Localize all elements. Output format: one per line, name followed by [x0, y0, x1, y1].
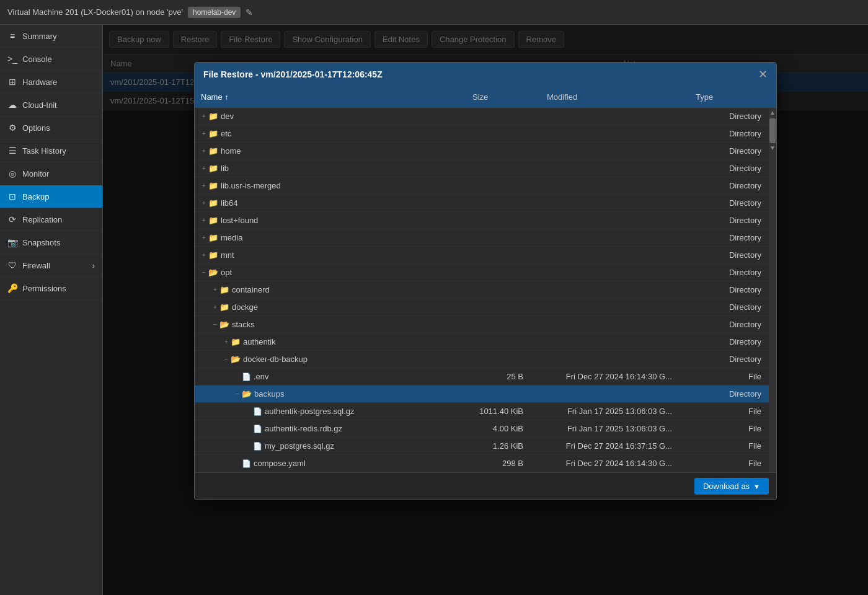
tree-size: [459, 392, 533, 397]
tree-row[interactable]: + 📁 home Directory: [195, 143, 769, 160]
tree-item-name: .env: [254, 372, 269, 381]
folder-open-icon: 📂: [231, 355, 241, 364]
file-icon: 📄: [253, 425, 262, 433]
scrollbar-thumb[interactable]: [769, 118, 776, 143]
expand-icon[interactable]: +: [200, 130, 208, 137]
tree-type: Directory: [682, 265, 769, 280]
tree-size: [459, 166, 533, 171]
sidebar-item-snapshots[interactable]: 📷 Snapshots: [0, 231, 102, 254]
collapse-icon[interactable]: −: [200, 269, 208, 276]
expand-icon[interactable]: +: [211, 304, 219, 311]
tree-size: 1.26 KiB: [459, 439, 533, 453]
tree-modified: [533, 183, 682, 188]
sidebar-item-firewall[interactable]: 🛡 Firewall ›: [0, 254, 102, 277]
tree-modified: [533, 236, 682, 240]
download-label: Download as: [703, 482, 750, 491]
tree-row[interactable]: 📄 compose.yaml 298 B Fri Dec 27 2024 16:…: [195, 455, 769, 472]
tree-item-name: lost+found: [221, 216, 258, 225]
sidebar-item-permissions[interactable]: 🔑 Permissions: [0, 277, 102, 300]
sidebar-label-summary: Summary: [22, 32, 57, 41]
modal-close-button[interactable]: ✕: [758, 69, 768, 80]
folder-icon: 📁: [208, 181, 218, 190]
tree-size: 298 B: [459, 456, 533, 470]
file-icon: 📄: [242, 372, 251, 381]
firewall-icon: 🛡: [7, 260, 17, 270]
tree-name-cell: + 📁 etc: [195, 126, 459, 141]
tree-row[interactable]: − 📂 backups Directory: [195, 386, 769, 403]
header-name[interactable]: Name ↑: [195, 90, 466, 104]
folder-icon: 📁: [231, 337, 241, 346]
tree-row[interactable]: − 📂 opt Directory: [195, 264, 769, 281]
sidebar-item-console[interactable]: >_ Console: [0, 48, 102, 71]
tree-item-name: mnt: [221, 250, 234, 260]
tree-item-name: opt: [221, 268, 232, 277]
folder-icon: 📁: [208, 129, 218, 138]
scroll-up[interactable]: ▲: [768, 108, 776, 117]
sidebar-item-backup[interactable]: ⊡ Backup: [0, 185, 102, 208]
tree-name-cell: + 📁 lib64: [195, 196, 459, 210]
collapse-icon[interactable]: −: [211, 321, 219, 328]
sidebar-item-replication[interactable]: ⟳ Replication: [0, 208, 102, 231]
tag-badge[interactable]: homelab-dev: [188, 7, 241, 18]
tree-row[interactable]: + 📁 mnt Directory: [195, 247, 769, 264]
tree-row[interactable]: + 📁 lib Directory: [195, 160, 769, 177]
tree-item-name: home: [221, 146, 241, 156]
tree-row[interactable]: + 📁 lib64 Directory: [195, 195, 769, 212]
folder-icon: 📁: [208, 146, 218, 156]
collapse-icon[interactable]: −: [222, 356, 231, 363]
tree-item-name: lib64: [221, 198, 237, 208]
scroll-down[interactable]: ▼: [768, 143, 776, 152]
tree-row[interactable]: + 📁 lib.usr-is-merged Directory: [195, 177, 769, 195]
tree-row[interactable]: + 📁 dev Directory: [195, 108, 769, 125]
file-tree-container: Name ↑ Size Modified Type + 📁 dev Direct…: [195, 86, 776, 472]
tree-row[interactable]: + 📁 containerd Directory: [195, 281, 769, 299]
tree-row[interactable]: + 📁 media Directory: [195, 229, 769, 247]
expand-icon[interactable]: +: [200, 182, 208, 189]
tree-item-name: authentik: [243, 337, 276, 346]
download-as-button[interactable]: Download as ▼: [694, 478, 769, 495]
tree-row[interactable]: 📄 .env 25 B Fri Dec 27 2024 16:14:30 G..…: [195, 368, 769, 386]
expand-icon[interactable]: +: [200, 165, 208, 172]
expand-icon[interactable]: +: [200, 200, 208, 206]
tree-row[interactable]: + 📁 dockge Directory: [195, 299, 769, 316]
tree-row[interactable]: + 📁 etc Directory: [195, 125, 769, 143]
header-type[interactable]: Type: [689, 90, 776, 104]
edit-tag-icon[interactable]: ✎: [246, 7, 253, 17]
tree-size: [459, 201, 533, 206]
hardware-icon: ⊞: [7, 77, 17, 87]
expand-icon[interactable]: +: [200, 252, 208, 258]
tree-row[interactable]: 📄 authentik-redis.rdb.gz 4.00 KiB Fri Ja…: [195, 420, 769, 438]
tree-row[interactable]: + 📁 authentik Directory: [195, 333, 769, 351]
expand-icon[interactable]: +: [222, 338, 231, 345]
tree-item-name: media: [221, 233, 242, 242]
tree-row[interactable]: − 📂 stacks Directory: [195, 316, 769, 333]
tree-size: [459, 357, 533, 362]
sidebar-item-options[interactable]: ⚙ Options: [0, 117, 102, 139]
tree-row[interactable]: 📄 authentik-postgres.sql.gz 1011.40 KiB …: [195, 403, 769, 420]
tree-name-cell: − 📂 backups: [195, 387, 459, 401]
tree-modified: [533, 322, 682, 327]
sidebar-item-task-history[interactable]: ☰ Task History: [0, 139, 102, 162]
sidebar-item-cloud-init[interactable]: ☁ Cloud-Init: [0, 94, 102, 117]
tree-name-cell: + 📁 home: [195, 144, 459, 158]
header-size[interactable]: Size: [466, 90, 541, 104]
sidebar-item-monitor[interactable]: ◎ Monitor: [0, 162, 102, 185]
tree-row[interactable]: 📄 my_postgres.sql.gz 1.26 KiB Fri Dec 27…: [195, 438, 769, 455]
tree-row[interactable]: − 📂 docker-db-backup Directory: [195, 351, 769, 368]
sidebar-item-summary[interactable]: ≡ Summary: [0, 25, 102, 48]
sidebar-item-hardware[interactable]: ⊞ Hardware: [0, 71, 102, 94]
tree-name-cell: − 📂 opt: [195, 265, 459, 280]
expand-icon[interactable]: +: [200, 113, 208, 120]
expand-icon[interactable]: +: [211, 286, 219, 293]
tree-name-cell: + 📁 media: [195, 231, 459, 245]
header-modified[interactable]: Modified: [541, 90, 689, 104]
expand-icon[interactable]: +: [200, 148, 208, 154]
expand-icon[interactable]: +: [200, 217, 208, 224]
tree-type: Directory: [682, 126, 769, 141]
tree-row[interactable]: + 📁 lost+found Directory: [195, 212, 769, 229]
collapse-icon[interactable]: −: [233, 390, 242, 397]
expand-icon[interactable]: +: [200, 234, 208, 241]
tree-size: [459, 114, 533, 119]
tree-size: [459, 288, 533, 293]
tree-rows-scroll[interactable]: + 📁 dev Directory + 📁 etc Directory + 📁 …: [195, 108, 769, 472]
